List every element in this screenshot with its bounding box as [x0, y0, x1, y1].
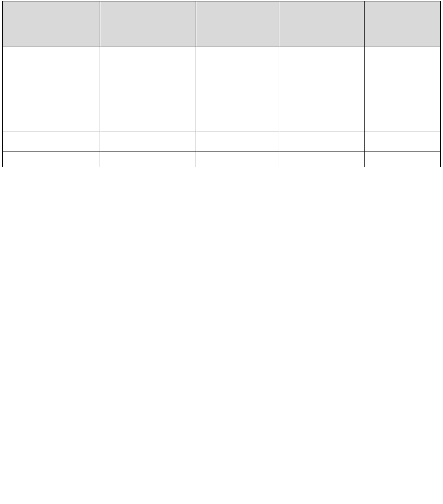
- table-cell: [3, 47, 100, 112]
- table-cell: [100, 132, 196, 152]
- table-row: [3, 112, 441, 132]
- table-header: [364, 1, 440, 47]
- table-cell: [196, 112, 279, 132]
- table-cell: [100, 152, 196, 167]
- table-header-row: [3, 1, 441, 47]
- table-header: [100, 1, 196, 47]
- table-cell: [3, 152, 100, 167]
- table-cell: [196, 47, 279, 112]
- table-cell: [279, 112, 364, 132]
- data-table-1: [2, 1, 441, 167]
- table-cell: [100, 47, 196, 112]
- table-cell: [100, 112, 196, 132]
- table-cell: [196, 132, 279, 152]
- table-cell: [364, 152, 440, 167]
- table-cell: [364, 47, 440, 112]
- table-cell: [364, 112, 440, 132]
- table-cell: [279, 152, 364, 167]
- table-cell: [3, 112, 100, 132]
- table-cell: [3, 132, 100, 152]
- table-row: [3, 152, 441, 167]
- table-cell: [279, 47, 364, 112]
- table-header: [279, 1, 364, 47]
- table-cell: [364, 132, 440, 152]
- table-row: [3, 132, 441, 152]
- table-row: [3, 47, 441, 112]
- table-header: [196, 1, 279, 47]
- table-cell: [196, 152, 279, 167]
- table-header: [3, 1, 100, 47]
- table-cell: [279, 132, 364, 152]
